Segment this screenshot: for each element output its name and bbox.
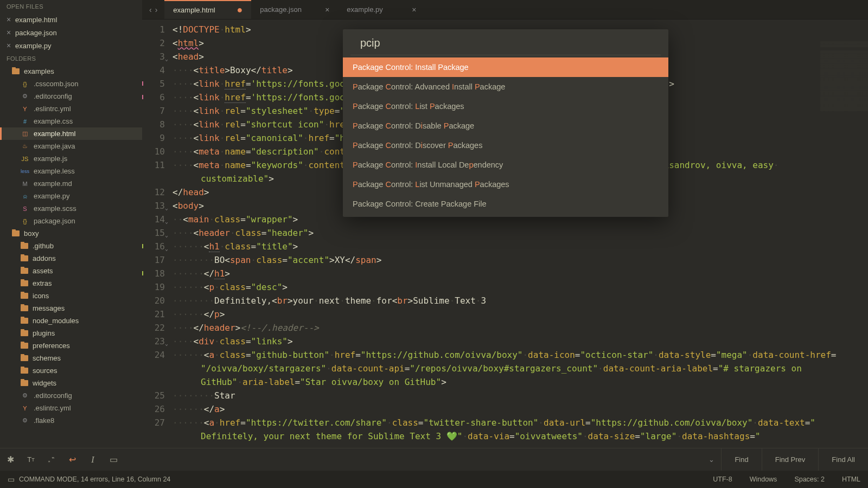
file-item[interactable]: ⚙.flake8 xyxy=(0,414,142,427)
palette-item[interactable]: Package Control: List Unmanaged Packages xyxy=(343,175,668,194)
close-icon[interactable]: × xyxy=(4,41,13,50)
folder-icon xyxy=(21,343,28,349)
panel-icon[interactable]: ▭ xyxy=(8,475,15,484)
folder-item[interactable]: schemes xyxy=(0,352,142,364)
folder-item[interactable]: boxy xyxy=(0,227,142,240)
folder-label: assets xyxy=(33,267,53,275)
file-item[interactable]: ⚙.editorconfig xyxy=(0,389,142,402)
file-icon: JS xyxy=(21,156,29,162)
folder-icon xyxy=(21,368,28,374)
folder-icon xyxy=(21,268,28,274)
folder-item[interactable]: addons xyxy=(0,252,142,265)
palette-item[interactable]: Package Control: Discover Packages xyxy=(343,136,668,155)
folder-item[interactable]: sources xyxy=(0,364,142,377)
folder-item[interactable]: messages xyxy=(0,302,142,314)
file-label: example.py xyxy=(34,192,69,200)
close-icon[interactable]: × xyxy=(4,15,13,24)
open-file-label: example.html xyxy=(15,16,57,24)
status-indent[interactable]: Spaces: 2 xyxy=(794,476,825,483)
file-label: .eslintrc.yml xyxy=(34,105,71,113)
file-item[interactable]: Y.eslintrc.yml xyxy=(0,402,142,414)
folder-item[interactable]: icons xyxy=(0,290,142,302)
file-icon: Y xyxy=(21,106,29,112)
palette-item[interactable]: Package Control: Install Package xyxy=(343,57,668,77)
folder-item[interactable]: extras xyxy=(0,277,142,290)
folder-label: node_modules xyxy=(33,317,79,325)
open-file-item[interactable]: ×example.py xyxy=(0,39,142,52)
file-label: example.less xyxy=(34,167,75,175)
palette-item[interactable]: Package Control: List Packages xyxy=(343,97,668,116)
close-icon[interactable]: × xyxy=(412,5,416,14)
in-selection-toggle[interactable]: I xyxy=(82,448,103,471)
file-item[interactable]: #example.css xyxy=(0,115,142,127)
file-item[interactable]: lessexample.less xyxy=(0,165,142,177)
palette-item[interactable]: Package Control: Disable Package xyxy=(343,116,668,136)
status-encoding[interactable]: UTF-8 xyxy=(713,476,732,483)
palette-item[interactable]: Package Control: Install Local Dependenc… xyxy=(343,155,668,175)
folder-item[interactable]: preferences xyxy=(0,339,142,352)
file-item[interactable]: ♨example.java xyxy=(0,140,142,152)
whole-word-toggle[interactable]: „ ‟ xyxy=(41,448,62,471)
folder-icon xyxy=(21,380,28,386)
file-item[interactable]: Y.eslintrc.yml xyxy=(0,102,142,115)
folder-item[interactable]: node_modules xyxy=(0,314,142,327)
file-item[interactable]: {}package.json xyxy=(0,215,142,227)
folder-icon xyxy=(12,230,20,236)
folder-label: .github xyxy=(33,242,54,250)
status-syntax[interactable]: HTML xyxy=(842,476,860,483)
find-button[interactable]: Find xyxy=(721,448,761,471)
palette-input[interactable]: pcip xyxy=(350,29,661,55)
open-file-item[interactable]: ×example.html xyxy=(0,13,142,26)
open-files-header: OPEN FILES xyxy=(0,0,142,13)
file-item[interactable]: Mexample.md xyxy=(0,177,142,190)
minimap[interactable] xyxy=(820,41,868,117)
find-all-button[interactable]: Find All xyxy=(818,448,868,471)
folder-item[interactable]: plugins xyxy=(0,327,142,339)
folder-icon xyxy=(21,305,28,311)
open-file-label: package.json xyxy=(15,29,57,37)
file-item[interactable]: ◫example.html xyxy=(0,127,142,140)
tab-bar: ‹ › example.html●package.json×example.py… xyxy=(142,0,868,20)
file-icon: ⚙ xyxy=(21,392,29,399)
palette-item[interactable]: Package Control: Advanced Install Packag… xyxy=(343,77,668,97)
folder-label: sources xyxy=(33,367,58,375)
file-label: .flake8 xyxy=(34,416,54,425)
status-line-endings[interactable]: Windows xyxy=(750,476,777,483)
folder-icon xyxy=(21,243,28,249)
folder-item[interactable]: assets xyxy=(0,265,142,277)
status-errors: 14 errors xyxy=(81,476,108,483)
palette-item[interactable]: Package Control: Create Package File xyxy=(343,194,668,214)
tab-prev-icon[interactable]: ‹ xyxy=(149,5,152,14)
regex-toggle[interactable]: ✱ xyxy=(0,448,21,471)
file-item[interactable]: {}.csscomb.json xyxy=(0,78,142,90)
tab[interactable]: example.html● xyxy=(164,0,251,19)
file-icon: {} xyxy=(21,81,29,87)
folder-item[interactable]: .github xyxy=(0,240,142,252)
file-icon: Y xyxy=(21,405,29,412)
file-icon: ⚙ xyxy=(21,93,29,100)
file-label: .csscomb.json xyxy=(34,80,78,88)
status-position: Line 16, Column 24 xyxy=(112,476,170,483)
open-file-item[interactable]: ×package.json xyxy=(0,26,142,39)
open-file-label: example.py xyxy=(15,42,51,50)
tab[interactable]: package.json× xyxy=(251,0,338,19)
tab[interactable]: example.py× xyxy=(338,0,425,19)
wrap-toggle[interactable]: ↩ xyxy=(62,448,82,471)
tab-label: package.json xyxy=(260,5,302,14)
folder-item[interactable]: examples xyxy=(0,65,142,78)
file-icon: ◫ xyxy=(21,130,29,137)
case-toggle[interactable]: TT xyxy=(21,448,41,471)
highlight-toggle[interactable]: ▭ xyxy=(103,448,124,471)
tab-next-icon[interactable]: › xyxy=(155,5,158,14)
file-item[interactable]: Sexample.scss xyxy=(0,202,142,215)
folder-label: messages xyxy=(33,304,65,312)
find-prev-button[interactable]: Find Prev xyxy=(762,448,819,471)
folder-item[interactable]: widgets xyxy=(0,377,142,389)
file-label: package.json xyxy=(34,217,75,225)
close-icon[interactable]: × xyxy=(4,28,13,37)
file-item[interactable]: ⍾example.py xyxy=(0,190,142,202)
close-icon[interactable]: × xyxy=(325,5,329,14)
file-item[interactable]: JSexample.js xyxy=(0,152,142,165)
find-history-icon[interactable]: ⌄ xyxy=(701,455,721,464)
file-item[interactable]: ⚙.editorconfig xyxy=(0,90,142,102)
